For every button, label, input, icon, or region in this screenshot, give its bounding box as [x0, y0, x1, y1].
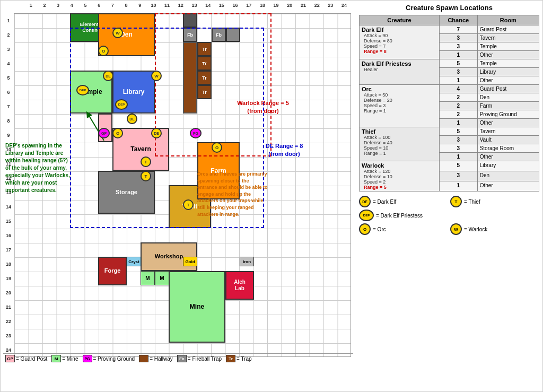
token-thief-3: T: [183, 199, 194, 210]
legend-fb-label: = Fireball Trap: [188, 356, 222, 362]
col-11: 11: [160, 3, 174, 8]
dark-elf-range: Range = 8: [362, 49, 437, 54]
grid-container: 1 2 3 4 5 6 7 8 9 10 11 12 13 14 15 16 1…: [3, 3, 353, 363]
row-9: 9: [3, 128, 14, 142]
legend-pg-label: = Proving Ground: [93, 356, 135, 362]
orc-defense: Defense = 20: [362, 98, 437, 103]
key-badge-w: W: [450, 223, 462, 235]
row-19: 19: [3, 271, 14, 285]
legend-m: M = Mine: [51, 355, 78, 362]
dark-elf-chance-1: 7: [439, 25, 477, 34]
col-23: 23: [324, 3, 338, 8]
token-thief-2: T: [141, 171, 151, 181]
token-dep-2: DEP: [115, 99, 128, 110]
row-7: 7: [3, 99, 14, 114]
thief-chance-2: 3: [439, 136, 477, 144]
col-header-chance: Chance: [439, 15, 477, 25]
legend-tr-label: = Trap: [237, 356, 252, 362]
row-14: 14: [3, 199, 14, 214]
col-9: 9: [133, 3, 147, 8]
room-hallway2: [183, 13, 197, 28]
token-orc-3: O: [212, 142, 222, 153]
dark-elf-defense: Defense = 80: [362, 38, 437, 43]
thief-name: Thief: [362, 128, 437, 135]
col-10: 10: [147, 3, 161, 8]
col-5: 5: [78, 3, 92, 8]
orc-room-4: Proving Ground: [477, 110, 539, 119]
key-de-label: = Dark Elf: [373, 199, 396, 205]
orc-chance-1: 4: [439, 85, 477, 93]
key-warlock: W = Warlock: [450, 223, 539, 235]
gray-square: [226, 28, 240, 42]
dark-elf-row: Dark Elf Attack = 90 Defense = 80 Speed …: [360, 25, 539, 34]
dark-elf-chance-4: 1: [439, 51, 477, 59]
dark-elf-room-2: Tavern: [477, 34, 539, 42]
token-de-3: DE: [151, 128, 162, 138]
dep-chance-3: 1: [439, 76, 477, 85]
legend-fb: Fb = Fireball Trap: [177, 355, 222, 362]
blue-annotation: DE Range = 8(from door): [247, 142, 321, 159]
map-area: 1 2 3 4 5 6 7 8 9 10 11 12 13 14 15 16 1…: [1, 1, 356, 391]
col-2: 2: [38, 3, 51, 8]
m-token-1: M: [141, 271, 155, 285]
thief-range: Range = 1: [362, 151, 437, 156]
fireball-trap-1: Fb: [183, 28, 197, 42]
key-section: DE = Dark Elf T = Thief DEP = Dark Elf P…: [359, 196, 539, 235]
token-warlock-2: W: [151, 71, 162, 81]
gold-box: Gold: [183, 257, 197, 266]
spawn-title: Creature Spawn Locations: [359, 4, 539, 12]
thief-attack: Attack = 100: [362, 135, 437, 140]
orc-speed: Speed = 3: [362, 103, 437, 108]
dep-room-1: Temple: [477, 59, 539, 68]
dark-elf-chance-2: 3: [439, 34, 477, 42]
legend-hallway: = Hallway: [139, 355, 173, 362]
legend-pg: PG = Proving Ground: [83, 355, 135, 362]
warlock-chance-2: 3: [439, 171, 477, 181]
legend-m-label: = Mine: [62, 356, 78, 362]
warlock-room-3: Other: [477, 181, 539, 191]
spawn-table: Creature Chance Room Dark Elf Attack = 9…: [359, 15, 539, 191]
red-annotation: Warlock Range = 5(from door): [226, 99, 300, 116]
spawn-panel: Creature Spawn Locations Creature Chance…: [356, 1, 542, 391]
token-thief-1: T: [141, 156, 151, 167]
row-22: 22: [3, 314, 14, 328]
col-3: 3: [51, 3, 65, 8]
row-23: 23: [3, 328, 14, 343]
col-12: 12: [174, 3, 188, 8]
orc-range: Range = 1: [362, 108, 437, 114]
col-header-room: Room: [477, 15, 539, 25]
row-15: 15: [3, 214, 14, 228]
orc-room-3: Farm: [477, 102, 539, 110]
col-8: 8: [119, 3, 133, 8]
key-dep-label: = Dark Elf Priestess: [376, 213, 423, 219]
col-22: 22: [310, 3, 324, 8]
row-17: 17: [3, 242, 14, 257]
warlock-room-2: Den: [477, 171, 539, 181]
warlock-room-1: Library: [477, 161, 539, 171]
warlock-row-1: Warlock Attack = 120 Defense = 10 Speed …: [360, 161, 539, 171]
room-forge: Forge: [98, 257, 127, 285]
iron-box: Iron: [240, 257, 254, 266]
legend-tr: Tr = Trap: [226, 355, 252, 362]
token-gp: GP: [98, 128, 110, 138]
token-orc-1: O: [98, 46, 109, 56]
col-13: 13: [188, 3, 202, 8]
green-annotation: DEP's spawning in theLibrary and Temple …: [5, 142, 93, 194]
dep-room-2: Library: [477, 68, 539, 76]
thief-chance-1: 5: [439, 127, 477, 136]
dark-elf-chance-3: 3: [439, 42, 477, 51]
trap-3: Tr: [197, 71, 212, 85]
dark-elf-room-3: Temple: [477, 42, 539, 51]
fireball-trap-2: Fb: [212, 28, 226, 42]
trap-2: Tr: [197, 56, 212, 71]
key-dep: DEP = Dark Elf Priestess: [359, 210, 539, 221]
col-4: 4: [65, 3, 78, 8]
orange-annotation: Orcs and Thieves are primarilyspawning c…: [197, 171, 301, 217]
room-hallway1: [183, 42, 197, 114]
row-3: 3: [3, 42, 14, 56]
dep-role: Healer: [362, 67, 437, 72]
orc-room-2: Den: [477, 93, 539, 102]
key-t-label: = Thief: [464, 199, 480, 205]
dep-row-1: Dark Elf Priestess Healer 5 Temple: [360, 59, 539, 68]
key-thief: T = Thief: [450, 196, 539, 207]
